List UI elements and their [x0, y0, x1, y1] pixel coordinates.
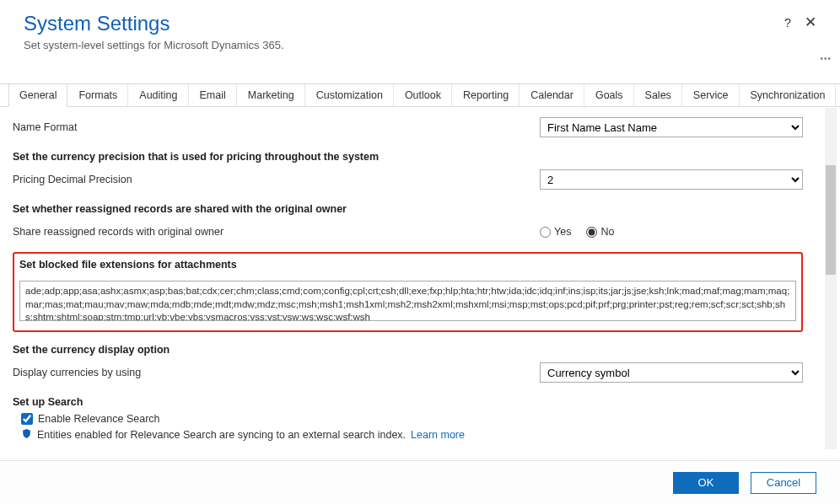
tab-sales[interactable]: Sales — [634, 84, 682, 106]
page-title: System Settings — [24, 12, 816, 35]
name-format-label: Name Format — [13, 121, 540, 133]
close-icon[interactable]: ✕ — [805, 15, 816, 29]
pricing-precision-label: Pricing Decimal Precision — [13, 174, 540, 185]
reassigned-heading: Set whether reassigned records are share… — [13, 203, 803, 215]
footer: OK Cancel — [0, 460, 840, 504]
overflow-icon[interactable]: ••• — [820, 54, 832, 63]
tab-customization[interactable]: Customization — [305, 84, 394, 106]
page-subtitle: Set system-level settings for Microsoft … — [24, 39, 816, 51]
blocked-ext-heading: Set blocked file extensions for attachme… — [19, 259, 796, 271]
currency-display-label: Display currencies by using — [13, 367, 540, 378]
tab-synchronization[interactable]: Synchronization — [740, 84, 837, 106]
currency-display-select[interactable]: Currency symbol — [540, 362, 803, 383]
currency-precision-heading: Set the currency precision that is used … — [13, 151, 803, 163]
pricing-precision-select[interactable]: 2 — [540, 169, 803, 190]
learn-more-link[interactable]: Learn more — [411, 429, 465, 441]
blocked-ext-input[interactable]: ade;adp;app;asa;ashx;asmx;asp;bas;bat;cd… — [19, 281, 796, 321]
reassigned-label: Share reassigned records with original o… — [13, 226, 540, 238]
reassigned-no-radio[interactable]: No — [586, 226, 614, 238]
scrollbar-thumb[interactable] — [826, 165, 836, 275]
tab-bar: GeneralFormatsAuditingEmailMarketingCust… — [0, 83, 840, 107]
relevance-search-checkbox[interactable] — [21, 413, 33, 425]
tab-auditing[interactable]: Auditing — [128, 84, 188, 106]
currency-display-heading: Set the currency display option — [13, 344, 803, 356]
tab-mobile-client[interactable]: Mobile Client — [836, 84, 840, 106]
tab-email[interactable]: Email — [189, 84, 237, 106]
help-icon[interactable]: ? — [784, 16, 791, 29]
relevance-search-label: Enable Relevance Search — [38, 413, 160, 425]
tab-formats[interactable]: Formats — [67, 84, 128, 106]
settings-content: Name Format First Name Last Name Set the… — [0, 107, 823, 448]
tab-goals[interactable]: Goals — [584, 84, 634, 106]
cancel-button[interactable]: Cancel — [751, 472, 816, 494]
tab-marketing[interactable]: Marketing — [237, 84, 305, 106]
reassigned-yes-radio[interactable]: Yes — [540, 226, 571, 238]
search-heading: Set up Search — [13, 396, 803, 408]
ok-button[interactable]: OK — [673, 472, 739, 494]
name-format-select[interactable]: First Name Last Name — [540, 117, 803, 137]
shield-icon — [21, 428, 32, 442]
tab-reporting[interactable]: Reporting — [452, 84, 520, 106]
tab-calendar[interactable]: Calendar — [520, 84, 584, 106]
tab-outlook[interactable]: Outlook — [394, 84, 452, 106]
scrollbar-track[interactable] — [825, 108, 837, 449]
tab-general[interactable]: General — [8, 84, 67, 107]
blocked-extensions-section: Set blocked file extensions for attachme… — [13, 252, 803, 332]
tab-service[interactable]: Service — [682, 84, 740, 106]
search-sync-info: Entities enabled for Relevance Search ar… — [37, 429, 406, 441]
